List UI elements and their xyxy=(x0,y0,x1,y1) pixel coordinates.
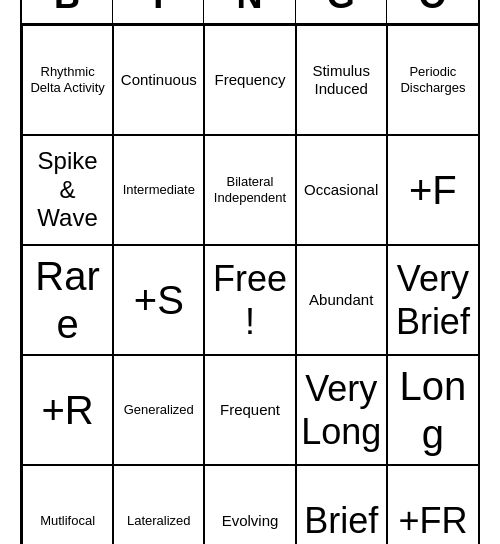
cell-text: +S xyxy=(134,276,184,324)
header-letter: I xyxy=(113,0,204,23)
header-letter: G xyxy=(296,0,387,23)
bingo-cell: Rhythmic Delta Activity xyxy=(22,25,113,135)
bingo-cell: Lateralized xyxy=(113,465,204,544)
cell-text: Continuous xyxy=(121,71,197,89)
bingo-header: BINGO xyxy=(22,0,478,25)
cell-text: Bilateral Independent xyxy=(209,174,290,205)
cell-text: Periodic Discharges xyxy=(392,64,474,95)
cell-text: Rhythmic Delta Activity xyxy=(27,64,108,95)
cell-text: +FR xyxy=(398,499,467,542)
cell-text: Frequent xyxy=(220,401,280,419)
bingo-cell: +S xyxy=(113,245,204,355)
bingo-cell: Rare xyxy=(22,245,113,355)
cell-text: Stimulus Induced xyxy=(301,62,382,98)
bingo-cell: Occasional xyxy=(296,135,387,245)
cell-text: Very Brief xyxy=(392,257,474,343)
bingo-cell: Intermediate xyxy=(113,135,204,245)
bingo-cell: Very Long xyxy=(296,355,387,465)
bingo-cell: Generalized xyxy=(113,355,204,465)
cell-text: Intermediate xyxy=(123,182,195,198)
bingo-cell: Frequency xyxy=(204,25,295,135)
bingo-grid: Rhythmic Delta ActivityContinuousFrequen… xyxy=(22,25,478,544)
cell-text: +F xyxy=(409,166,457,214)
cell-text: Mutlifocal xyxy=(40,513,95,529)
bingo-cell: Very Brief xyxy=(387,245,478,355)
bingo-cell: +F xyxy=(387,135,478,245)
bingo-cell: Evolving xyxy=(204,465,295,544)
cell-text: Evolving xyxy=(222,512,279,530)
header-letter: B xyxy=(22,0,113,23)
bingo-cell: Periodic Discharges xyxy=(387,25,478,135)
bingo-cell: +R xyxy=(22,355,113,465)
cell-text: Lateralized xyxy=(127,513,191,529)
cell-text: Long xyxy=(392,362,474,458)
bingo-cell: Frequent xyxy=(204,355,295,465)
bingo-cell: Stimulus Induced xyxy=(296,25,387,135)
cell-text: Brief xyxy=(304,499,378,542)
bingo-cell: Free! xyxy=(204,245,295,355)
cell-text: +R xyxy=(41,386,93,434)
header-letter: O xyxy=(387,0,478,23)
bingo-cell: Long xyxy=(387,355,478,465)
cell-text: Spike & Wave xyxy=(27,147,108,233)
bingo-cell: Mutlifocal xyxy=(22,465,113,544)
bingo-cell: Bilateral Independent xyxy=(204,135,295,245)
cell-text: Occasional xyxy=(304,181,378,199)
cell-text: Abundant xyxy=(309,291,373,309)
cell-text: Rare xyxy=(27,252,108,348)
cell-text: Frequency xyxy=(215,71,286,89)
bingo-cell: Brief xyxy=(296,465,387,544)
header-letter: N xyxy=(204,0,295,23)
bingo-cell: Abundant xyxy=(296,245,387,355)
bingo-card: BINGO Rhythmic Delta ActivityContinuousF… xyxy=(20,0,480,544)
cell-text: Very Long xyxy=(301,367,382,453)
cell-text: Free! xyxy=(209,257,290,343)
bingo-cell: Continuous xyxy=(113,25,204,135)
bingo-cell: Spike & Wave xyxy=(22,135,113,245)
bingo-cell: +FR xyxy=(387,465,478,544)
cell-text: Generalized xyxy=(124,402,194,418)
